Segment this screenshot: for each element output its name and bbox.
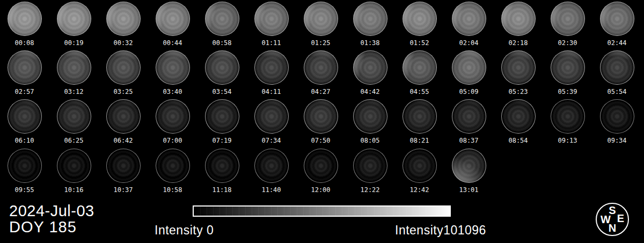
solar-disk <box>8 2 42 36</box>
compass-rose: S W E N <box>596 203 629 236</box>
solar-disk <box>304 149 338 183</box>
frame-time-label: 04:11 <box>247 88 296 95</box>
solar-disk <box>254 99 289 134</box>
frame-time-label: 08:54 <box>494 137 543 144</box>
solar-disk <box>156 2 190 36</box>
solar-disk <box>551 50 585 85</box>
frame-time-label: 05:09 <box>444 88 494 95</box>
solar-disk <box>57 2 91 36</box>
solar-disk <box>57 50 91 85</box>
frame-time-label: 07:19 <box>197 137 247 144</box>
frame-time-label: 01:52 <box>395 39 444 47</box>
solar-disk <box>402 99 437 134</box>
frame-time-label: 09:55 <box>0 186 49 194</box>
solar-disk <box>501 50 536 85</box>
frame-time-label: 02:18 <box>494 39 543 47</box>
frame-time-label: 05:23 <box>494 88 543 95</box>
compass-east-label: E <box>617 213 624 224</box>
frame-time-label: 12:00 <box>296 186 346 194</box>
solar-disk <box>304 2 338 36</box>
solar-disk <box>106 149 141 183</box>
solar-disk <box>402 149 437 183</box>
solar-disk <box>8 149 42 183</box>
compass-north-label: N <box>609 223 616 233</box>
frame-time-label: 08:05 <box>346 137 395 144</box>
solar-disk <box>304 50 338 85</box>
frame-time-label: 10:58 <box>148 186 197 194</box>
doy-label: DOY 185 <box>9 218 77 236</box>
solar-disk <box>205 99 239 134</box>
colorbar-min-label: Intensity 0 <box>155 223 214 238</box>
frame-time-label: 02:44 <box>592 39 642 47</box>
solar-disk <box>600 50 634 85</box>
frame-time-label: 05:54 <box>592 88 642 95</box>
frame-time-label: 02:30 <box>543 39 592 47</box>
frame-time-label: 09:13 <box>543 137 592 144</box>
frame-time-label: 11:40 <box>247 186 296 194</box>
frame-time-label: 05:39 <box>543 88 592 95</box>
frame-time-label: 00:19 <box>49 39 99 47</box>
solar-disk <box>8 50 42 85</box>
solar-disk <box>254 2 289 36</box>
solar-disk <box>551 99 585 134</box>
frame-time-label: 06:25 <box>49 137 99 144</box>
frame-time-label: 00:32 <box>99 39 148 47</box>
solar-disk <box>57 149 91 183</box>
frame-time-label: 03:40 <box>148 88 197 95</box>
solar-disk <box>353 149 387 183</box>
solar-disk <box>551 2 585 36</box>
frame-time-label: 10:16 <box>49 186 99 194</box>
frame-time-label: 04:42 <box>346 88 395 95</box>
frame-time-label: 07:50 <box>296 137 346 144</box>
solar-image-montage: 00:0800:1900:3200:4400:5801:1101:2501:38… <box>0 0 644 243</box>
frame-time-label: 07:34 <box>247 137 296 144</box>
frame-time-label: 13:01 <box>444 186 494 194</box>
solar-disk <box>254 149 289 183</box>
frame-time-label: 12:42 <box>395 186 444 194</box>
intensity-colorbar <box>193 205 451 217</box>
frame-time-label: 04:55 <box>395 88 444 95</box>
date-label: 2024-Jul-03 <box>9 202 94 220</box>
solar-disk <box>501 99 536 134</box>
solar-disk <box>452 2 486 36</box>
solar-disk <box>452 50 486 85</box>
solar-disk <box>106 99 141 134</box>
colorbar-max-label: Intensity101096 <box>395 223 486 238</box>
frame-time-label: 06:10 <box>0 137 49 144</box>
frame-time-label: 00:08 <box>0 39 49 47</box>
frame-time-label: 00:58 <box>197 39 247 47</box>
solar-disk <box>8 99 42 134</box>
solar-disk <box>205 2 239 36</box>
solar-disk <box>452 149 486 183</box>
solar-disk <box>57 99 91 134</box>
solar-disk <box>106 50 141 85</box>
frame-time-label: 01:11 <box>247 39 296 47</box>
frame-time-label: 02:04 <box>444 39 494 47</box>
solar-disk <box>501 2 536 36</box>
frame-time-label: 11:18 <box>197 186 247 194</box>
solar-disk <box>353 99 387 134</box>
frame-time-label: 01:38 <box>346 39 395 47</box>
frame-time-label: 09:34 <box>592 137 642 144</box>
frame-time-label: 08:37 <box>444 137 494 144</box>
solar-disk <box>156 149 190 183</box>
frame-time-label: 03:12 <box>49 88 99 95</box>
solar-disk <box>156 50 190 85</box>
frame-time-label: 02:57 <box>0 88 49 95</box>
solar-disk <box>353 50 387 85</box>
frame-time-label: 08:21 <box>395 137 444 144</box>
frame-time-label: 01:25 <box>296 39 346 47</box>
solar-disk <box>600 2 634 36</box>
frame-time-label: 04:27 <box>296 88 346 95</box>
solar-disk <box>600 99 634 134</box>
solar-disk <box>205 50 239 85</box>
frame-time-label: 07:00 <box>148 137 197 144</box>
solar-disk <box>254 50 289 85</box>
frame-time-label: 10:37 <box>99 186 148 194</box>
solar-disk <box>205 149 239 183</box>
solar-disk <box>156 99 190 134</box>
frame-time-label: 12:22 <box>346 186 395 194</box>
solar-disk <box>402 50 437 85</box>
solar-disk <box>402 2 437 36</box>
frame-time-label: 03:25 <box>99 88 148 95</box>
